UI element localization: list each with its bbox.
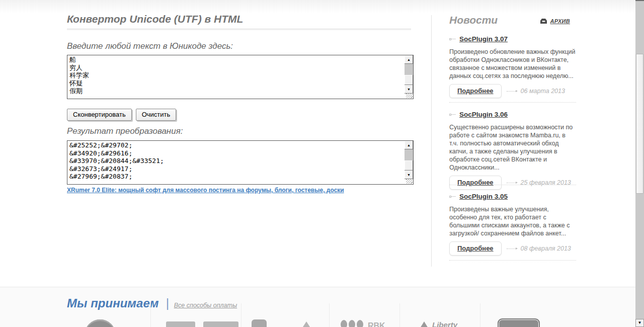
result-label: Результат преобразования: [67, 126, 183, 136]
title-divider [67, 29, 411, 30]
payment-button-logo-icon [498, 318, 540, 327]
more-details-button[interactable]: Подробнее [449, 176, 502, 190]
news-item-date: 06 марта 2013 [521, 88, 565, 95]
payment-cell: RBK [330, 303, 400, 327]
news-bullet-icon [449, 114, 456, 116]
scrollbar-track[interactable] [405, 64, 413, 75]
news-item: SocPlugin 3.06 Существенно расширены воз… [449, 111, 576, 190]
page-scrollbar[interactable]: ▼ [635, 0, 644, 327]
scroll-up-icon[interactable]: ▲ [405, 55, 413, 64]
scroll-up-icon[interactable]: ▲ [405, 141, 413, 149]
news-item-text: Произведены важные улучшения, особенно д… [449, 205, 576, 237]
payment-cell: Liberty [400, 303, 480, 327]
news-item-text: Произведено обновление важных функций об… [449, 48, 576, 80]
resize-grip-icon[interactable] [406, 94, 413, 98]
bank-card-logo-icon [203, 321, 238, 327]
more-details-label: Подробнее [457, 87, 494, 95]
textarea-scrollbar[interactable]: ▲ ▼ [405, 141, 413, 179]
textarea-scrollbar[interactable]: ▲ ▼ [405, 55, 413, 94]
converter-buttons-row: Сконвертировать Очистить [67, 109, 176, 121]
bank-card-logo-icon [166, 321, 195, 327]
content-vertical-divider [431, 15, 432, 267]
liberty-logo-label: Liberty [432, 320, 457, 327]
news-item-title-link[interactable]: SocPlugin 3.05 [459, 193, 508, 200]
news-separator [449, 185, 576, 185]
scroll-down-icon[interactable]: ▼ [405, 171, 413, 179]
more-details-button[interactable]: Подробнее [449, 241, 502, 256]
webmoney-logo-icon [85, 319, 116, 327]
clear-button[interactable]: Очистить [136, 109, 177, 121]
news-item-date: 08 февраля 2013 [521, 245, 571, 252]
page-title: Конвертор Unicode (UTF) в HTML [67, 13, 243, 25]
archive-box-icon [540, 19, 547, 24]
payment-cell [480, 303, 564, 327]
scrollbar-thumb[interactable] [405, 160, 413, 171]
page-top-gradient [0, 0, 644, 13]
rbk-money-logo-icon [349, 320, 355, 327]
news-item-title-link[interactable]: SocPlugin 3.06 [459, 111, 508, 118]
payment-cell [60, 303, 151, 327]
rbk-money-logo-icon [341, 320, 347, 327]
convert-button[interactable]: Сконвертировать [67, 109, 132, 121]
news-bullet-icon [449, 196, 456, 198]
dotted-arrow-icon [507, 91, 516, 92]
yandex-money-logo-icon [252, 319, 267, 327]
payment-cell [242, 303, 330, 327]
resize-grip-icon[interactable] [406, 179, 413, 184]
payment-logos-row: RBK Liberty [60, 303, 564, 327]
page-scroll-down-button[interactable]: ▼ [635, 319, 644, 327]
rbk-money-logo-icon [357, 320, 363, 327]
news-item-text: Существенно расширены возможности по раб… [449, 123, 576, 172]
news-item: SocPlugin 3.05 Произведены важные улучше… [449, 193, 576, 256]
archive-link-label: АРХИВ [550, 18, 570, 24]
scrollbar-top-edge [635, 0, 644, 1]
yandex-money-logo-icon [302, 321, 311, 327]
page-scrollbar-thumb[interactable] [636, 54, 643, 194]
scrollbar-thumb[interactable] [405, 75, 413, 85]
news-bullet-icon [449, 38, 456, 40]
news-item-title-link[interactable]: SocPlugin 3.07 [459, 35, 508, 43]
xrumer-promo-link[interactable]: XRumer 7.0 Elite: мощный софт для массов… [67, 187, 344, 194]
input-label: Введите любой текст в Юникоде здесь: [67, 41, 233, 51]
more-details-button[interactable]: Подробнее [449, 84, 502, 98]
news-separator [449, 260, 576, 261]
news-separator [449, 102, 576, 103]
archive-link[interactable]: АРХИВ [540, 18, 570, 24]
unicode-input-wrapper: 船 穷人 科学家 怀疑 假期 ▲ ▼ [67, 55, 414, 99]
news-item: SocPlugin 3.07 Произведено обновление ва… [449, 35, 576, 98]
result-output-textarea[interactable]: &#25252;&#29702; &#34920;&#29616; &#3397… [67, 141, 404, 184]
payments-footer: Мы принимаем | Все способы оплаты RBK Li… [0, 287, 644, 327]
news-heading: Новости [449, 14, 498, 26]
more-details-label: Подробнее [457, 244, 494, 252]
dotted-arrow-icon [507, 183, 516, 183]
scroll-down-icon[interactable]: ▼ [405, 85, 413, 94]
unicode-input-textarea[interactable]: 船 穷人 科学家 怀疑 假期 [67, 55, 404, 99]
dotted-arrow-icon [507, 249, 516, 249]
scrollbar-track[interactable] [405, 149, 413, 160]
liberty-reserve-logo-icon [420, 321, 428, 327]
result-output-wrapper: &#25252;&#29702; &#34920;&#29616; &#3397… [67, 140, 414, 185]
payment-cell [151, 303, 242, 327]
rbk-logo-label: RBK [368, 321, 385, 327]
